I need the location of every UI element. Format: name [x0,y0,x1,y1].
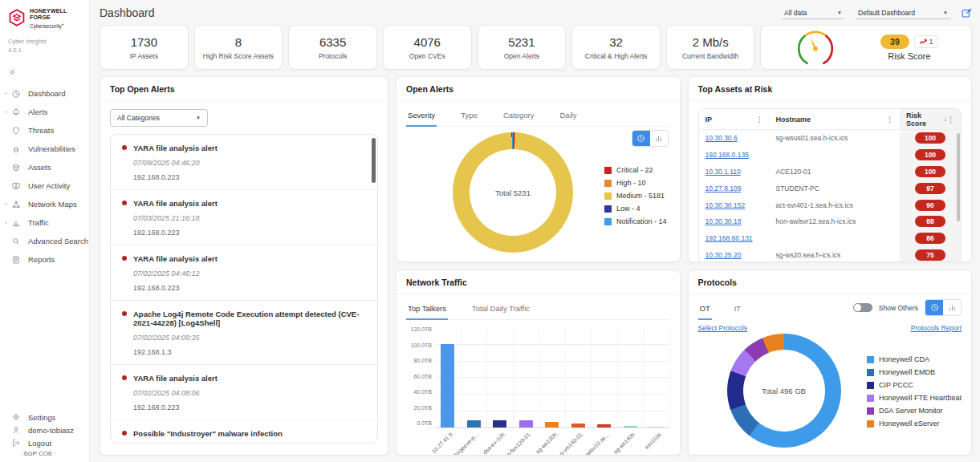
collapse-sidebar-icon[interactable] [0,54,89,81]
alert-list-item[interactable]: Possible "Industroyer" malware infection… [111,419,377,444]
sidebar-item-label: Assets [28,163,51,172]
scrollbar-thumb[interactable] [957,133,960,221]
open-alerts-tab-daily[interactable]: Daily [559,109,579,126]
chart-view-button[interactable] [650,131,668,146]
risk-score-pill: 86 [915,233,945,244]
protocols-report-link[interactable]: Protocols Report [911,324,962,332]
sidebar-item-reports[interactable]: Reports [0,250,89,269]
expand-caret-icon: › [5,90,11,97]
column-menu-icon[interactable]: ⋮ [947,116,954,124]
legend-swatch [604,192,612,200]
edit-dashboard-button[interactable] [962,8,972,18]
protocols-panel: Protocols OTIT Show Others [688,270,973,456]
dashboard-icon [11,89,22,99]
alert-list-item[interactable]: YARA file analysis alert07/02/2025 04:46… [111,245,377,300]
sidebar-item-logout[interactable]: Logout [0,436,89,449]
sidebar-nav: ›Dashboard›AlertsThreatsVulnerabilitiesA… [0,84,89,269]
asset-ip-link[interactable]: 10.30.1.110 [699,168,770,176]
sidebar-item-threats[interactable]: Threats [0,121,89,140]
protocols-tab-ot[interactable]: OT [698,302,712,320]
stat-value: 1730 [131,35,157,49]
dashboard-select[interactable]: Default Dashboard▼ [856,7,950,19]
x-axis-label: dsa-ev-10h [482,432,506,456]
sidebar-item-traffic[interactable]: ›Traffic [0,213,89,232]
brand-sub: Cybersecurity+ [30,21,67,30]
sidebar-item-demo-tobiasz[interactable]: demo-tobiasz [0,424,89,436]
severity-dot-icon [122,256,127,261]
alert-title: Apache Log4j Remote Code Execution attem… [133,310,364,327]
column-header-risk-score[interactable]: Risk Score↓⋮ [900,109,961,129]
open-alerts-chart: Total 5231 Critical - 22High - 10Medium … [406,127,670,258]
alert-source-ip: 192.168.0.223 [133,403,364,411]
asset-ip-link[interactable]: 10.30.30.18 [699,217,770,225]
protocols-tab-it[interactable]: IT [733,302,742,319]
alert-list-item[interactable]: YARA file analysis alert07/09/2025 04:46… [111,135,377,189]
asset-ip-link[interactable]: 10.30.25.20 [699,251,770,259]
sidebar-item-dashboard[interactable]: ›Dashboard [0,84,89,103]
scrollbar-thumb[interactable] [372,138,376,183]
asset-ip-link[interactable]: 10.30.30.152 [699,201,770,209]
alert-list-item[interactable]: YARA file analysis alert07/02/2025 04:08… [111,364,377,419]
open-alerts-tab-category[interactable]: Category [502,109,536,126]
expand-caret-icon: › [5,219,11,226]
legend-item: Low - 4 [604,202,667,215]
network-traffic-tab-total-daily-traffic[interactable]: Total Daily Traffic [470,302,531,319]
asset-hostname: sg-wsus01.sea.h-ics.ics [770,134,901,142]
legend-swatch [604,180,612,187]
asset-ip-link[interactable]: 10.27.8.109 [699,184,770,192]
table-row: 192.168.0.135100 [699,147,962,164]
chart-view-button[interactable] [943,300,961,315]
sidebar-item-user-activity[interactable]: User Activity [0,176,89,195]
column-menu-icon[interactable]: ⋮ [756,116,763,124]
asset-ip-link[interactable]: 10.30.30.6 [699,134,770,142]
sidebar-item-vulnerabilities[interactable]: Vulnerabilities [0,140,89,158]
threats-icon [11,126,22,136]
severity-dot-icon [122,145,127,150]
protocols-legend: Honeywell CDAHoneywell EMDBCIP PCCCHoney… [867,353,962,430]
stats-row: 1730IP Assets8High Risk Score Assets6335… [100,25,972,70]
x-axis-label: sg-vm140-01 [556,432,584,456]
network-traffic-panel: Network Traffic Top TalkersTotal Daily T… [396,270,681,456]
alert-title: YARA file analysis alert [133,144,218,152]
column-header-ip[interactable]: IP⋮ [699,109,770,129]
alert-title: YARA file analysis alert [133,199,218,208]
alert-list-item[interactable]: Apache Log4j Remote Code Execution attem… [111,300,377,364]
column-header-hostname[interactable]: Hostname⋮ [770,109,901,129]
advanced-search-icon [11,237,22,246]
legend-swatch [604,218,612,225]
alert-list-item[interactable]: YARA file analysis alert07/03/2025 21:16… [111,189,377,245]
time-view-button[interactable] [632,131,650,146]
stat-value: 2 Mb/s [693,35,729,49]
open-alerts-tab-severity[interactable]: Severity [406,109,437,127]
sidebar-item-alerts[interactable]: ›Alerts [0,103,89,121]
alert-timestamp: 07/03/2025 21:16:18 [133,214,364,222]
show-others-toggle[interactable] [853,303,872,312]
risk-score-pill: 75 [915,249,945,261]
alert-category-select[interactable]: All Categories▼ [110,109,208,127]
sidebar-item-assets[interactable]: Assets [0,158,89,176]
user-activity-icon [11,181,22,191]
x-axis-label: sg-ws130h [535,432,558,455]
open-alerts-tab-type[interactable]: Type [459,109,479,126]
network-traffic-tab-top-talkers[interactable]: Top Talkers [406,302,448,320]
sidebar-item-advanced-search[interactable]: Advanced Search [0,232,89,250]
table-row: 10.27.8.109STUDENT-PC97 [699,180,962,197]
asset-ip-link[interactable]: 192.168.0.135 [699,151,770,159]
table-row: 10.30.30.18hon-awlsvr12.sea.h-ics.ics88 [699,213,962,230]
sidebar-item-settings[interactable]: Settings [0,411,89,424]
y-axis-tick: 100.0TB [411,342,432,348]
select-protocols-link[interactable]: Select Protocols [698,324,747,332]
data-filter-select[interactable]: All data▼ [782,7,844,19]
legend-swatch [867,420,874,428]
time-view-button[interactable] [925,300,943,315]
sidebar-item-network-maps[interactable]: ›Network Maps [0,195,89,213]
stat-card-ip-assets: 1730IP Assets [100,25,189,70]
stat-value: 32 [609,35,623,49]
legend-swatch [867,356,874,363]
asset-ip-link[interactable]: 192.168.60.131 [699,234,770,242]
column-menu-icon[interactable]: ⋮ [886,116,893,124]
legend-item: Critical - 22 [604,164,667,176]
sidebar: HONEYWELL FORGE Cybersecurity+ Cyber Ins… [0,0,90,462]
asset-hostname: act-svr401-1.sea.h-ics.ics [770,201,901,209]
sidebar-footer: Settingsdemo-tobiaszLogout SGP COE [0,411,89,457]
